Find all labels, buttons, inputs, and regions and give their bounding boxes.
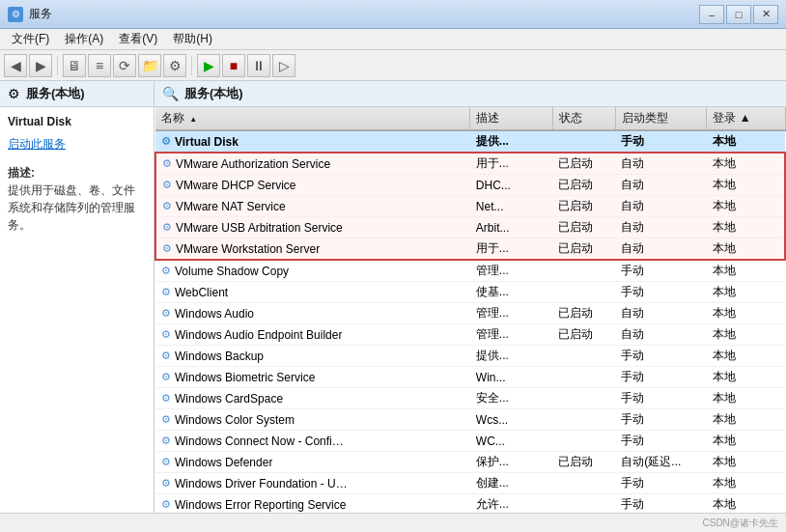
service-name-cell: ⚙Windows Color System <box>155 409 470 431</box>
table-row[interactable]: ⚙VMware DHCP ServiceDHC...已启动自动本地 <box>155 175 785 196</box>
toolbar: ◀ ▶ 🖥 ≡ ⟳ 📁 ⚙ ▶ ■ ⏸ ▷ <box>0 50 786 81</box>
service-name-cell: ⚙Windows Audio <box>155 303 470 324</box>
service-login-cell: 本地 <box>707 346 785 367</box>
service-status-cell: 已启动 <box>552 238 615 261</box>
service-startup-cell: 自动 <box>615 196 707 217</box>
services-icon: ⚙ <box>8 86 20 101</box>
main-area: ⚙ 服务(本地) Virtual Disk 启动此服务 描述: 提供用于磁盘、卷… <box>0 81 786 513</box>
service-name-text: Windows Defender <box>175 456 272 469</box>
service-name-text: Windows CardSpace <box>175 392 283 406</box>
service-login-cell: 本地 <box>707 431 785 452</box>
service-name-cell: ⚙Windows CardSpace <box>155 388 470 409</box>
service-icon: ⚙ <box>161 328 171 341</box>
table-row[interactable]: ⚙Windows Audio管理...已启动自动本地 <box>155 303 785 324</box>
table-row[interactable]: ⚙Windows Backup提供...手动本地 <box>155 346 785 367</box>
service-desc-cell: Win... <box>470 367 552 388</box>
menu-action[interactable]: 操作(A) <box>57 29 111 49</box>
col-status-header[interactable]: 状态 <box>552 107 615 130</box>
service-status-cell: 已启动 <box>552 452 615 473</box>
service-name-cell: ⚙Virtual Disk <box>155 130 470 153</box>
service-startup-cell: 手动 <box>615 409 707 431</box>
left-panel: ⚙ 服务(本地) Virtual Disk 启动此服务 描述: 提供用于磁盘、卷… <box>0 81 154 513</box>
pause-button[interactable]: ⏸ <box>247 54 270 77</box>
table-row[interactable]: ⚙Volume Shadow Copy管理...手动本地 <box>155 260 785 282</box>
window-title: 服务 <box>29 6 699 22</box>
close-button[interactable]: ✕ <box>753 5 778 24</box>
menu-bar: 文件(F) 操作(A) 查看(V) 帮助(H) <box>0 29 786 50</box>
service-startup-cell: 手动 <box>615 494 707 514</box>
watermark: CSDN@诸卡先生 <box>703 517 779 530</box>
list-button[interactable]: ≡ <box>88 54 111 77</box>
service-desc-cell: 使基... <box>470 282 552 303</box>
menu-help[interactable]: 帮助(H) <box>165 29 220 49</box>
service-name-text: Windows Color System <box>175 413 295 427</box>
service-icon: ⚙ <box>162 242 172 255</box>
col-login-header[interactable]: 登录 ▲ <box>707 107 785 130</box>
menu-file[interactable]: 文件(F) <box>4 29 57 49</box>
table-row[interactable]: ⚙WebClient使基...手动本地 <box>155 282 785 303</box>
service-status-cell: 已启动 <box>552 217 615 238</box>
service-desc-cell: 保护... <box>470 452 552 473</box>
service-startup-cell: 自动 <box>615 303 707 324</box>
table-row[interactable]: ⚙Virtual Disk提供...手动本地 <box>155 130 785 153</box>
folder-button[interactable]: 📁 <box>138 54 161 77</box>
table-row[interactable]: ⚙VMware USB Arbitration ServiceArbit...已… <box>155 217 785 238</box>
service-status-cell: 已启动 <box>552 303 615 324</box>
table-row[interactable]: ⚙Windows Connect Now - Config Reg...WC..… <box>155 431 785 452</box>
col-desc-header[interactable]: 描述 <box>470 107 552 130</box>
service-startup-cell: 手动 <box>615 473 707 494</box>
maximize-button[interactable]: □ <box>726 5 751 24</box>
service-icon: ⚙ <box>161 135 171 148</box>
table-row[interactable]: ⚙Windows Error Reporting Service允许...手动本… <box>155 494 785 514</box>
table-row[interactable]: ⚙Windows CardSpace安全...手动本地 <box>155 388 785 409</box>
service-desc-cell: Net... <box>470 196 552 217</box>
desc-text: 提供用于磁盘、卷、文件系统和存储阵列的管理服务。 <box>8 183 135 232</box>
minimize-button[interactable]: – <box>699 5 724 24</box>
service-name-cell: ⚙VMware USB Arbitration Service <box>155 217 470 238</box>
table-row[interactable]: ⚙VMware Workstation Server用于...已启动自动本地 <box>155 238 785 261</box>
service-desc-cell: DHC... <box>470 175 552 196</box>
start-service-link[interactable]: 启动此服务 <box>8 137 66 151</box>
service-icon: ⚙ <box>161 498 171 511</box>
service-name-text: VMware NAT Service <box>176 200 286 213</box>
table-row[interactable]: ⚙Windows Biometric ServiceWin...手动本地 <box>155 367 785 388</box>
toolbar-sep-2 <box>191 56 192 75</box>
table-row[interactable]: ⚙Windows Defender保护...已启动自动(延迟...本地 <box>155 452 785 473</box>
settings-button[interactable]: ⚙ <box>163 54 186 77</box>
back-button[interactable]: ◀ <box>4 54 27 77</box>
service-icon: ⚙ <box>161 371 171 383</box>
stop-button[interactable]: ■ <box>222 54 245 77</box>
service-name-text: VMware Authorization Service <box>176 157 330 171</box>
service-desc-cell: 用于... <box>470 238 552 261</box>
col-name-header[interactable]: 名称 ▲ <box>155 107 470 130</box>
service-desc-cell: 管理... <box>470 260 552 282</box>
service-login-cell: 本地 <box>707 153 785 175</box>
status-bar: CSDN@诸卡先生 <box>0 513 786 532</box>
table-row[interactable]: ⚙Windows Color SystemWcs...手动本地 <box>155 409 785 431</box>
table-row[interactable]: ⚙VMware Authorization Service用于...已启动自动本… <box>155 153 785 175</box>
service-icon: ⚙ <box>162 221 172 234</box>
service-name-text: VMware DHCP Service <box>176 179 295 192</box>
service-name-cell: ⚙VMware NAT Service <box>155 196 470 217</box>
restart-button[interactable]: ▷ <box>272 54 295 77</box>
view-button[interactable]: 🖥 <box>63 54 86 77</box>
service-name-text: Windows Audio Endpoint Builder <box>175 328 342 342</box>
service-name-cell: ⚙VMware Authorization Service <box>155 153 470 175</box>
forward-button[interactable]: ▶ <box>29 54 52 77</box>
service-status-cell: 已启动 <box>552 175 615 196</box>
service-desc-cell: 管理... <box>470 303 552 324</box>
services-table[interactable]: 名称 ▲ 描述 状态 启动类型 登录 ▲ ⚙Virtual Disk提供...手… <box>154 107 786 513</box>
play-button[interactable]: ▶ <box>197 54 220 77</box>
toolbar-sep-1 <box>57 56 58 75</box>
service-status-cell <box>552 494 615 514</box>
col-startup-header[interactable]: 启动类型 <box>615 107 707 130</box>
service-icon: ⚙ <box>161 477 171 490</box>
service-name-cell: ⚙Windows Biometric Service <box>155 367 470 388</box>
refresh-button[interactable]: ⟳ <box>113 54 136 77</box>
menu-view[interactable]: 查看(V) <box>111 29 165 49</box>
service-name-cell: ⚙Windows Audio Endpoint Builder <box>155 324 470 346</box>
table-row[interactable]: ⚙VMware NAT ServiceNet...已启动自动本地 <box>155 196 785 217</box>
table-row[interactable]: ⚙Windows Driver Foundation - User-...创建.… <box>155 473 785 494</box>
table-row[interactable]: ⚙Windows Audio Endpoint Builder管理...已启动自… <box>155 324 785 346</box>
service-desc-cell: 允许... <box>470 494 552 514</box>
